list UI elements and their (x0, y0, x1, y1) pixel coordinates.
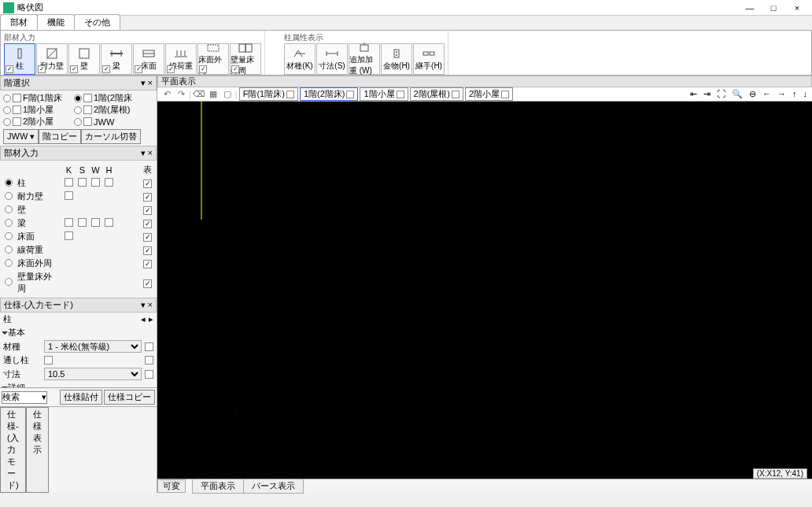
member-attr-check[interactable] (91, 218, 100, 227)
spec-paste-button[interactable]: 仕様貼付 (60, 390, 102, 405)
minimize-button[interactable]: — (738, 3, 762, 13)
radio-icon[interactable] (74, 106, 82, 114)
bottom-tab-show[interactable]: 仕様表示 (26, 407, 49, 493)
member-show-check[interactable] (143, 179, 152, 188)
nav-icon[interactable]: 🔍 (730, 89, 744, 99)
collapse-icon[interactable] (2, 331, 8, 335)
member-show-check[interactable] (143, 260, 152, 268)
member-show-check[interactable] (143, 220, 152, 228)
spec-select[interactable]: 10.5 (44, 368, 142, 380)
checkbox-icon[interactable] (13, 105, 21, 114)
floor-button[interactable]: 階コピー (39, 129, 81, 144)
matkind-btn[interactable]: 材種(K) (284, 43, 316, 75)
member-attr-check[interactable] (65, 178, 73, 187)
footer-tab-pers[interactable]: パース表示 (243, 479, 304, 494)
member-radio[interactable] (5, 246, 13, 254)
checkbox-icon[interactable] (83, 94, 92, 102)
pin-icon[interactable]: ▾ × (141, 148, 153, 158)
visibility-check[interactable]: ✓ (135, 65, 142, 73)
maximize-button[interactable]: □ (762, 3, 785, 13)
floor-button[interactable]: JWW ▾ (3, 129, 39, 144)
floorouter-btn[interactable]: 床面外周✓ (197, 43, 229, 75)
view-floor-tab[interactable]: 2階(屋根) (410, 87, 463, 101)
floor-checkbox[interactable]: 1階(2階床 (74, 92, 145, 104)
addload-btn[interactable]: 追加加重 (W) (349, 43, 380, 75)
tab-member[interactable]: 部材 (0, 14, 38, 30)
redo-icon[interactable]: ↷ (175, 89, 187, 99)
checkbox-icon[interactable] (13, 117, 21, 126)
member-show-check[interactable] (143, 279, 152, 288)
member-show-check[interactable] (143, 233, 152, 242)
member-show-check[interactable] (143, 206, 152, 215)
spec-section-head[interactable]: 詳細 (0, 381, 157, 387)
nav-icon[interactable]: ↓ (802, 89, 810, 99)
nav-icon[interactable]: ← (761, 89, 773, 99)
beam-btn[interactable]: 梁✓ (101, 43, 132, 75)
nav-icon[interactable]: ⇤ (688, 89, 699, 99)
member-show-check[interactable] (143, 193, 152, 202)
member-radio[interactable] (5, 192, 13, 200)
nav-icon[interactable]: ⊖ (747, 89, 758, 99)
drawing-canvas[interactable]: X1X2X3X4X5X6X7X8X9X10X11X12-1Y0Y131Y2Y33… (157, 102, 812, 479)
shearwall-btn[interactable]: 耐力壁✓ (36, 43, 68, 75)
spec-select[interactable]: 1 - 米松(無等級) (44, 340, 142, 353)
checkbox-icon[interactable] (13, 94, 21, 102)
member-attr-check[interactable] (65, 218, 73, 227)
close-button[interactable]: × (785, 3, 809, 13)
member-attr-check[interactable] (105, 178, 113, 187)
radio-icon[interactable] (74, 118, 82, 126)
wall-btn[interactable]: 壁✓ (68, 43, 100, 75)
size-btn[interactable]: 寸法(S) (316, 43, 348, 75)
member-radio[interactable] (5, 259, 13, 267)
footer-tab-plan[interactable]: 平面表示 (192, 479, 244, 494)
visibility-check[interactable]: ✓ (231, 65, 239, 73)
member-attr-check[interactable] (65, 191, 73, 200)
grid-icon[interactable]: ▦ (207, 89, 220, 99)
rect-icon[interactable]: ▢ (221, 89, 234, 99)
view-floor-tab[interactable]: 1階(2階床) (300, 87, 359, 101)
nav-icon[interactable]: ⛶ (715, 89, 727, 99)
arrow-right-icon[interactable]: ▸ (149, 314, 153, 324)
floor-btn[interactable]: 床面✓ (133, 43, 164, 75)
member-radio[interactable] (5, 278, 13, 286)
spec-check[interactable] (44, 356, 53, 365)
floor-checkbox[interactable]: 2階小屋 (3, 116, 74, 128)
arrow-left-icon[interactable]: ◂ (141, 314, 146, 324)
member-radio[interactable] (5, 205, 13, 213)
checkbox-icon[interactable] (83, 117, 92, 126)
col-btn[interactable]: 柱✓ (4, 43, 35, 75)
radio-icon[interactable] (3, 94, 11, 102)
collapse-icon[interactable] (2, 387, 8, 388)
member-show-check[interactable] (143, 246, 152, 255)
member-radio[interactable] (5, 232, 13, 240)
spec-copy-button[interactable]: 仕様コピー (104, 390, 155, 405)
lock-check[interactable] (145, 370, 153, 379)
floor-checkbox[interactable]: JWW (74, 116, 145, 128)
visibility-check[interactable]: ✓ (102, 65, 110, 73)
floor-tab-check[interactable] (501, 91, 509, 98)
floor-checkbox[interactable]: F階(1階床 (3, 92, 74, 104)
tab-function[interactable]: 機能 (37, 14, 75, 30)
floor-checkbox[interactable]: 2階(屋根) (74, 104, 145, 116)
search-box[interactable]: ▾ (2, 391, 47, 404)
radio-icon[interactable] (74, 94, 82, 102)
visibility-check[interactable]: ✓ (38, 65, 46, 73)
member-attr-check[interactable] (65, 231, 73, 240)
floor-tab-check[interactable] (286, 91, 294, 98)
delete-icon[interactable]: ⌫ (193, 89, 205, 99)
visibility-check[interactable]: ✓ (6, 65, 13, 73)
radio-icon[interactable] (3, 118, 11, 126)
nav-icon[interactable]: ↑ (791, 89, 799, 99)
lock-check[interactable] (145, 342, 153, 351)
lock-check[interactable] (145, 356, 153, 365)
floor-tab-check[interactable] (346, 91, 354, 98)
visibility-check[interactable]: ✓ (199, 65, 207, 73)
visibility-check[interactable]: ✓ (70, 65, 78, 73)
floor-tab-check[interactable] (397, 91, 404, 98)
nav-icon[interactable]: ⇥ (702, 89, 712, 99)
member-radio[interactable] (5, 179, 13, 187)
view-floor-tab[interactable]: 1階小屋 (360, 87, 408, 101)
view-floor-tab[interactable]: 2階小屋 (465, 87, 513, 101)
joint-btn[interactable]: 継手(H) (413, 43, 445, 75)
member-attr-check[interactable] (105, 218, 113, 227)
